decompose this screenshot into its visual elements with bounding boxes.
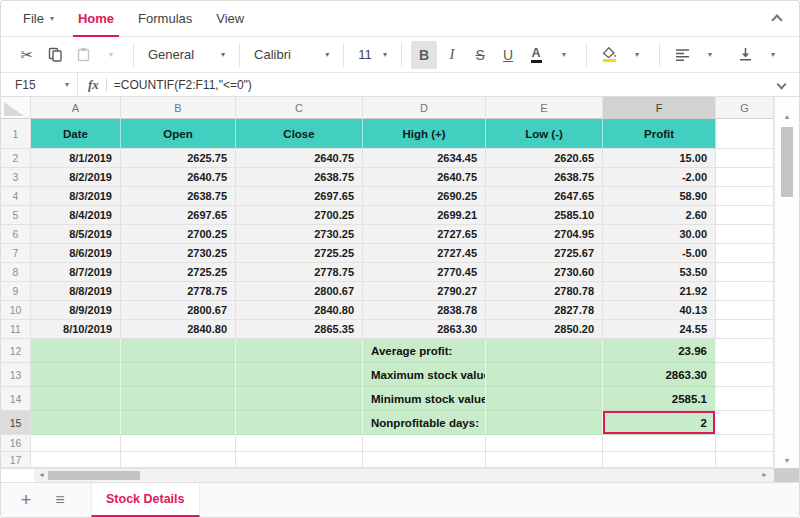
row-header-7[interactable]: 7 bbox=[1, 244, 31, 263]
column-header-A[interactable]: A bbox=[31, 97, 121, 119]
cell-E17[interactable] bbox=[486, 452, 603, 468]
vertical-scrollbar-thumb[interactable] bbox=[781, 127, 793, 197]
cell-B10[interactable]: 2800.67 bbox=[121, 301, 236, 320]
cell-D9[interactable]: 2790.27 bbox=[363, 282, 486, 301]
cell-C8[interactable]: 2778.75 bbox=[236, 263, 363, 282]
cell-C17[interactable] bbox=[236, 452, 363, 468]
cell-B17[interactable] bbox=[121, 452, 236, 468]
cell-A4[interactable]: 8/3/2019 bbox=[31, 187, 121, 206]
cell-A15[interactable] bbox=[31, 411, 121, 435]
column-header-B[interactable]: B bbox=[121, 97, 236, 119]
cell-C13[interactable] bbox=[236, 363, 363, 387]
cell-F5[interactable]: 2.60 bbox=[603, 206, 716, 225]
cell-E16[interactable] bbox=[486, 435, 603, 452]
cell-F9[interactable]: 21.92 bbox=[603, 282, 716, 301]
cell-F17[interactable] bbox=[603, 452, 716, 468]
row-header-11[interactable]: 11 bbox=[1, 320, 31, 339]
cell-D11[interactable]: 2863.30 bbox=[363, 320, 486, 339]
cell-G14[interactable] bbox=[716, 387, 774, 411]
cell-F4[interactable]: 58.90 bbox=[603, 187, 716, 206]
scroll-left-icon[interactable]: ◄ bbox=[38, 471, 45, 478]
cell-A13[interactable] bbox=[31, 363, 121, 387]
cell-D4[interactable]: 2690.25 bbox=[363, 187, 486, 206]
vertical-scrollbar[interactable]: ▲ ▼ bbox=[774, 97, 799, 468]
cell-D2[interactable]: 2634.45 bbox=[363, 149, 486, 168]
cell-D16[interactable] bbox=[363, 435, 486, 452]
row-header-14[interactable]: 14 bbox=[1, 387, 31, 411]
cell-G9[interactable] bbox=[716, 282, 774, 301]
copy-button[interactable] bbox=[42, 41, 68, 69]
bold-button[interactable]: B bbox=[411, 41, 437, 69]
cell-B14[interactable] bbox=[121, 387, 236, 411]
cell-E9[interactable]: 2780.78 bbox=[486, 282, 603, 301]
cell-A6[interactable]: 8/5/2019 bbox=[31, 225, 121, 244]
row-header-5[interactable]: 5 bbox=[1, 206, 31, 225]
cell-D8[interactable]: 2770.45 bbox=[363, 263, 486, 282]
font-color-dropdown[interactable]: ▾ bbox=[551, 41, 577, 69]
horizontal-align-dropdown[interactable]: ▾ bbox=[697, 41, 723, 69]
cell-A17[interactable] bbox=[31, 452, 121, 468]
horizontal-scrollbar-thumb[interactable] bbox=[48, 471, 140, 480]
cell-C15[interactable] bbox=[236, 411, 363, 435]
row-header-13[interactable]: 13 bbox=[1, 363, 31, 387]
cell-E3[interactable]: 2638.75 bbox=[486, 168, 603, 187]
cell-A9[interactable]: 8/8/2019 bbox=[31, 282, 121, 301]
cell-D3[interactable]: 2640.75 bbox=[363, 168, 486, 187]
cell-B5[interactable]: 2697.65 bbox=[121, 206, 236, 225]
row-header-9[interactable]: 9 bbox=[1, 282, 31, 301]
cell-F13[interactable]: 2863.30 bbox=[603, 363, 716, 387]
cell-E8[interactable]: 2730.60 bbox=[486, 263, 603, 282]
cell-G17[interactable] bbox=[716, 452, 774, 468]
cell-A8[interactable]: 8/7/2019 bbox=[31, 263, 121, 282]
cell-F8[interactable]: 53.50 bbox=[603, 263, 716, 282]
row-header-16[interactable]: 16 bbox=[1, 435, 31, 452]
cell-A11[interactable]: 8/10/2019 bbox=[31, 320, 121, 339]
select-all-corner[interactable] bbox=[1, 97, 31, 119]
cell-G3[interactable] bbox=[716, 168, 774, 187]
menu-item-view[interactable]: View bbox=[204, 1, 256, 37]
cell-G8[interactable] bbox=[716, 263, 774, 282]
fill-color-dropdown[interactable]: ▾ bbox=[624, 41, 650, 69]
column-header-D[interactable]: D bbox=[363, 97, 486, 119]
cell-B15[interactable] bbox=[121, 411, 236, 435]
cell-G16[interactable] bbox=[716, 435, 774, 452]
row-header-10[interactable]: 10 bbox=[1, 301, 31, 320]
cell-G4[interactable] bbox=[716, 187, 774, 206]
cell-A12[interactable] bbox=[31, 339, 121, 363]
cell-C7[interactable]: 2725.25 bbox=[236, 244, 363, 263]
cell-G5[interactable] bbox=[716, 206, 774, 225]
cell-E2[interactable]: 2620.65 bbox=[486, 149, 603, 168]
horizontal-scrollbar[interactable]: ◄ ► bbox=[1, 468, 774, 482]
collapse-ribbon-icon[interactable] bbox=[771, 14, 782, 25]
cell-B7[interactable]: 2730.25 bbox=[121, 244, 236, 263]
cell-F15[interactable]: 2 bbox=[603, 411, 716, 435]
font-color-button[interactable]: A bbox=[523, 41, 549, 69]
cell-F2[interactable]: 15.00 bbox=[603, 149, 716, 168]
cell-B1[interactable]: Open bbox=[121, 119, 236, 149]
underline-button[interactable]: U bbox=[495, 41, 521, 69]
cell-E12[interactable] bbox=[486, 339, 603, 363]
menu-item-file[interactable]: File ▾ bbox=[11, 1, 66, 37]
cell-B13[interactable] bbox=[121, 363, 236, 387]
cell-D12[interactable]: Average profit: bbox=[363, 339, 486, 363]
cell-D10[interactable]: 2838.78 bbox=[363, 301, 486, 320]
cell-D15[interactable]: Nonprofitable days: bbox=[363, 411, 486, 435]
formula-input[interactable]: =COUNTIF(F2:F11,"<=0") bbox=[114, 78, 252, 92]
cell-B11[interactable]: 2840.80 bbox=[121, 320, 236, 339]
cell-A7[interactable]: 8/6/2019 bbox=[31, 244, 121, 263]
row-header-17[interactable]: 17 bbox=[1, 452, 31, 468]
cell-A3[interactable]: 8/2/2019 bbox=[31, 168, 121, 187]
cell-F11[interactable]: 24.55 bbox=[603, 320, 716, 339]
cell-A1[interactable]: Date bbox=[31, 119, 121, 149]
font-size-dropdown[interactable]: 11 ▾ bbox=[352, 41, 393, 69]
sheet-tab-stock-details[interactable]: Stock Details bbox=[91, 483, 200, 517]
cell-B4[interactable]: 2638.75 bbox=[121, 187, 236, 206]
cell-C10[interactable]: 2840.80 bbox=[236, 301, 363, 320]
cell-C11[interactable]: 2865.35 bbox=[236, 320, 363, 339]
cell-G2[interactable] bbox=[716, 149, 774, 168]
font-name-dropdown[interactable]: Calibri ▾ bbox=[248, 41, 335, 69]
cell-D17[interactable] bbox=[363, 452, 486, 468]
row-header-12[interactable]: 12 bbox=[1, 339, 31, 363]
paste-options-dropdown[interactable]: ▾ bbox=[98, 41, 124, 69]
cell-E7[interactable]: 2725.67 bbox=[486, 244, 603, 263]
